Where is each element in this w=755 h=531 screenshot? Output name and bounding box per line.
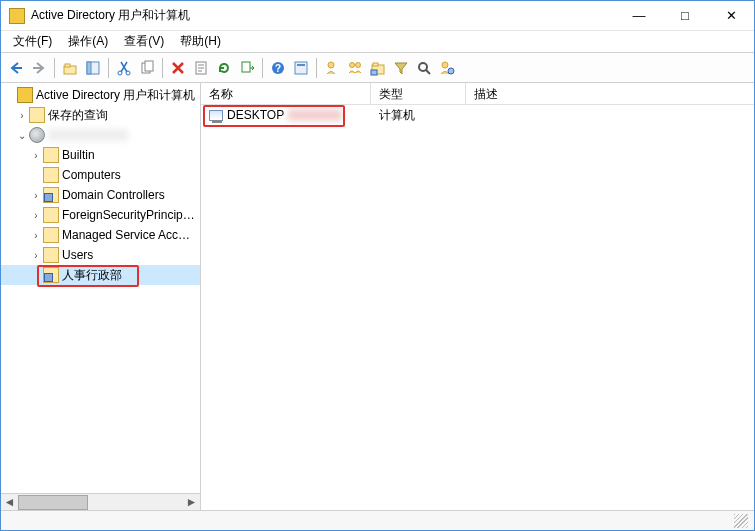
add-to-group-button[interactable] xyxy=(436,57,458,79)
svg-rect-7 xyxy=(145,61,153,71)
svg-rect-3 xyxy=(87,62,91,74)
resize-grip-icon[interactable] xyxy=(734,514,748,528)
export-button[interactable] xyxy=(236,57,258,79)
tree-computers[interactable]: Computers xyxy=(1,165,200,185)
svg-rect-19 xyxy=(371,70,377,75)
tree-builtin[interactable]: › Builtin xyxy=(1,145,200,165)
find-button[interactable] xyxy=(290,57,312,79)
help-button[interactable]: ? xyxy=(267,57,289,79)
redacted-text xyxy=(288,109,342,121)
tree-managed-service-accounts[interactable]: › Managed Service Accounts xyxy=(1,225,200,245)
toolbar-separator xyxy=(162,58,163,78)
svg-point-16 xyxy=(356,62,361,67)
window-controls: — □ ✕ xyxy=(616,1,754,31)
domain-icon xyxy=(29,127,45,143)
svg-rect-1 xyxy=(65,64,70,67)
svg-point-4 xyxy=(118,71,122,75)
tree-saved-queries-label: 保存的查询 xyxy=(48,107,108,124)
tree-domain[interactable]: ⌄ xyxy=(1,125,200,145)
delete-button[interactable] xyxy=(167,57,189,79)
close-button[interactable]: ✕ xyxy=(708,1,754,31)
tree-dc-label: Domain Controllers xyxy=(62,188,165,202)
chevron-right-icon[interactable]: › xyxy=(29,210,43,221)
folder-icon xyxy=(43,207,59,223)
refresh-button[interactable] xyxy=(213,57,235,79)
chevron-right-icon[interactable]: › xyxy=(29,250,43,261)
menubar: 文件(F) 操作(A) 查看(V) 帮助(H) xyxy=(1,31,754,53)
toolbar: ? xyxy=(1,53,754,83)
maximize-button[interactable]: □ xyxy=(662,1,708,31)
titlebar: Active Directory 用户和计算机 — □ ✕ xyxy=(1,1,754,31)
menu-help[interactable]: 帮助(H) xyxy=(172,31,229,52)
chevron-right-icon[interactable]: › xyxy=(29,230,43,241)
list-row[interactable]: DESKTOP 计算机 xyxy=(201,105,754,125)
column-name[interactable]: 名称 xyxy=(201,83,371,104)
scroll-right-icon[interactable]: ► xyxy=(183,494,200,511)
back-button[interactable] xyxy=(5,57,27,79)
tree-root-label: Active Directory 用户和计算机 xyxy=(36,87,195,104)
tree-domain-label xyxy=(48,129,128,141)
cell-type: 计算机 xyxy=(371,107,466,124)
show-hide-tree-button[interactable] xyxy=(82,57,104,79)
ou-icon xyxy=(43,187,59,203)
column-type[interactable]: 类型 xyxy=(371,83,466,104)
filter-button[interactable] xyxy=(390,57,412,79)
menu-view[interactable]: 查看(V) xyxy=(116,31,172,52)
tree-builtin-label: Builtin xyxy=(62,148,95,162)
minimize-button[interactable]: — xyxy=(616,1,662,31)
chevron-right-icon[interactable]: › xyxy=(29,190,43,201)
scroll-thumb[interactable] xyxy=(18,495,88,510)
cell-name: DESKTOP xyxy=(201,108,371,122)
toolbar-separator xyxy=(262,58,263,78)
chevron-right-icon[interactable]: › xyxy=(29,150,43,161)
svg-rect-12 xyxy=(295,62,307,74)
svg-point-22 xyxy=(448,68,454,74)
cut-button[interactable] xyxy=(113,57,135,79)
svg-text:?: ? xyxy=(275,63,281,74)
tree-hr-ou-label: 人事行政部 xyxy=(62,267,122,284)
computer-icon xyxy=(209,110,223,121)
tree-pane[interactable]: Active Directory 用户和计算机 › 保存的查询 ⌄ › Buil… xyxy=(1,83,201,510)
chevron-right-icon[interactable]: › xyxy=(15,110,29,121)
new-ou-button[interactable] xyxy=(367,57,389,79)
tree-users-label: Users xyxy=(62,248,93,262)
toolbar-separator xyxy=(316,58,317,78)
list-pane: 名称 类型 描述 DESKTOP 计算机 xyxy=(201,83,754,510)
folder-icon xyxy=(43,167,59,183)
menu-action[interactable]: 操作(A) xyxy=(60,31,116,52)
folder-icon xyxy=(43,247,59,263)
new-user-button[interactable] xyxy=(321,57,343,79)
tree-saved-queries[interactable]: › 保存的查询 xyxy=(1,105,200,125)
menu-file[interactable]: 文件(F) xyxy=(5,31,60,52)
folder-icon xyxy=(43,227,59,243)
tree-msa-label: Managed Service Accounts xyxy=(62,228,196,242)
main-split: Active Directory 用户和计算机 › 保存的查询 ⌄ › Buil… xyxy=(1,83,754,510)
copy-button[interactable] xyxy=(136,57,158,79)
chevron-down-icon[interactable]: ⌄ xyxy=(15,130,29,141)
toolbar-separator xyxy=(108,58,109,78)
forward-button[interactable] xyxy=(28,57,50,79)
tree-hr-ou[interactable]: 人事行政部 xyxy=(1,265,200,285)
up-button[interactable] xyxy=(59,57,81,79)
svg-rect-18 xyxy=(373,63,378,66)
folder-icon xyxy=(29,107,45,123)
new-group-button[interactable] xyxy=(344,57,366,79)
tree-hscrollbar[interactable]: ◄ ► xyxy=(1,493,200,510)
app-icon xyxy=(9,8,25,24)
scroll-track[interactable] xyxy=(18,494,183,511)
tree-domain-controllers[interactable]: › Domain Controllers xyxy=(1,185,200,205)
cell-name-text: DESKTOP xyxy=(227,108,284,122)
mmc-icon xyxy=(17,87,33,103)
column-desc[interactable]: 描述 xyxy=(466,83,754,104)
svg-point-21 xyxy=(442,62,448,68)
tree-foreign-security-principals[interactable]: › ForeignSecurityPrincipals xyxy=(1,205,200,225)
tree-users[interactable]: › Users xyxy=(1,245,200,265)
properties-button[interactable] xyxy=(190,57,212,79)
tree-root[interactable]: Active Directory 用户和计算机 xyxy=(1,85,200,105)
svg-point-14 xyxy=(328,62,334,68)
search-button[interactable] xyxy=(413,57,435,79)
scroll-left-icon[interactable]: ◄ xyxy=(1,494,18,511)
svg-point-20 xyxy=(419,63,427,71)
svg-rect-9 xyxy=(242,62,250,72)
list-body[interactable]: DESKTOP 计算机 xyxy=(201,105,754,510)
